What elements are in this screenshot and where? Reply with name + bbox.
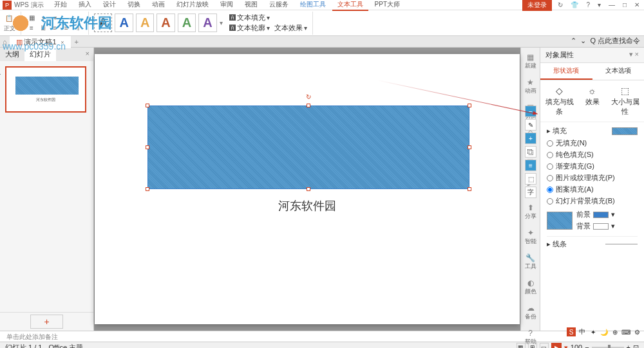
menu-design[interactable]: 设计: [98, 0, 121, 11]
prop-tab-text[interactable]: 文本选项: [592, 63, 645, 80]
prop-tab-shape[interactable]: 形状选项: [540, 63, 592, 80]
outline-tab[interactable]: 大纲: [0, 48, 24, 61]
menu-start[interactable]: 开始: [49, 0, 72, 11]
home-icon[interactable]: ⌂: [3, 38, 7, 46]
float-text-icon[interactable]: 字: [525, 187, 536, 198]
add-slide-button[interactable]: +: [0, 312, 93, 331]
handle-br[interactable]: [468, 187, 471, 191]
search-input[interactable]: Q 点此查找命令: [590, 36, 640, 46]
menu-animation[interactable]: 动画: [147, 0, 170, 11]
slide-thumbnail-1[interactable]: 1 河东软件园: [5, 66, 86, 113]
radio-gradient[interactable]: 渐变填充(G): [547, 161, 638, 171]
float-stack-icon[interactable]: ⬚: [525, 173, 536, 185]
line-preview[interactable]: [605, 244, 638, 244]
bg-color-picker[interactable]: [593, 223, 609, 230]
fill-swatch[interactable]: [612, 127, 638, 135]
prop-close-icon[interactable]: ▾ ×: [629, 50, 639, 60]
doc-tab[interactable]: ▥ 演示文稿1 ×: [10, 35, 71, 48]
radio-pattern[interactable]: 图案填充(A): [547, 185, 638, 194]
login-button[interactable]: 未登录: [522, 0, 552, 11]
view-reading-icon[interactable]: ▭: [540, 343, 549, 348]
menu-review[interactable]: 审阅: [215, 0, 238, 11]
tray-4[interactable]: ⌨: [621, 327, 630, 336]
expand-icon[interactable]: ⌄: [580, 37, 586, 45]
tray-1[interactable]: ✦: [589, 327, 598, 336]
minimize-icon[interactable]: —: [607, 1, 617, 8]
maximize-icon[interactable]: □: [621, 1, 629, 8]
strip-tools[interactable]: 🔧工具: [525, 251, 536, 273]
selected-shape[interactable]: ↻: [147, 105, 469, 189]
radio-picture[interactable]: 图片或纹理填充(P): [547, 173, 638, 183]
text-fill-button[interactable]: 🅰 文本填充 ▾: [229, 13, 308, 23]
subtab-effect[interactable]: ☼效果: [577, 86, 607, 116]
dropdown-icon[interactable]: ▾: [596, 1, 603, 8]
handle-bl[interactable]: [146, 187, 149, 191]
text-preset-6[interactable]: A: [198, 14, 216, 32]
text-preset-3[interactable]: A: [136, 14, 154, 32]
line-section-label[interactable]: ▸ 线条: [547, 239, 567, 249]
float-edit-icon[interactable]: ✎: [525, 119, 536, 131]
fit-icon[interactable]: ⊡: [633, 343, 639, 349]
close-icon[interactable]: ✕: [632, 1, 641, 8]
handle-mr[interactable]: [468, 145, 471, 149]
handle-ml[interactable]: [146, 145, 149, 149]
menu-drawing[interactable]: 绘图工具: [295, 0, 331, 11]
text-outline-button[interactable]: 🅰 文本轮廓 ▾ 文本效果 ▾: [229, 23, 308, 33]
tray-lang-icon[interactable]: 中: [578, 327, 587, 336]
collapse-icon[interactable]: ⌃: [571, 37, 576, 45]
handle-tm[interactable]: [307, 104, 310, 107]
strip-smart[interactable]: ✦智能: [525, 226, 536, 248]
fg-color-picker[interactable]: [593, 212, 609, 218]
strip-backup[interactable]: ☁备份: [525, 301, 536, 324]
menu-transition[interactable]: 切换: [122, 0, 146, 11]
view-normal-icon[interactable]: ▦: [516, 343, 526, 348]
help-icon[interactable]: ?: [584, 1, 592, 8]
strip-new[interactable]: ▦新建: [525, 50, 536, 73]
slideshow-button[interactable]: ▶: [551, 343, 562, 348]
tray-2[interactable]: 🌙: [600, 327, 609, 336]
menu-slideshow[interactable]: 幻灯片放映: [171, 0, 214, 11]
tray-ime-icon[interactable]: S: [567, 327, 576, 336]
float-layer-icon[interactable]: ≡: [525, 160, 536, 171]
text-preset-4[interactable]: A: [156, 14, 175, 32]
menu-insert[interactable]: 插入: [73, 0, 97, 11]
fill-section-label[interactable]: ▸ 填充: [547, 126, 567, 136]
strip-share[interactable]: ⬆分享: [525, 201, 536, 223]
slide-canvas[interactable]: ↻ 河东软件园 − ✎ + ⿻ ≡ ⬚ 字: [95, 54, 520, 324]
menu-view[interactable]: 视图: [240, 0, 263, 11]
notes-area[interactable]: 单击此处添加备注: [0, 331, 644, 342]
paste-icon[interactable]: 📋: [4, 14, 14, 24]
text-preset-2[interactable]: A: [115, 14, 133, 32]
handle-tl[interactable]: [146, 104, 149, 107]
float-copy-icon[interactable]: ⿻: [525, 146, 536, 158]
zoom-out-icon[interactable]: −: [585, 343, 589, 348]
strip-color[interactable]: ◐颜色: [525, 276, 536, 298]
subtab-size[interactable]: ⬚大小与属性: [610, 86, 640, 116]
slides-tab[interactable]: 幻灯片: [24, 48, 56, 61]
float-plus-icon[interactable]: +: [525, 133, 536, 144]
text-preset-1[interactable]: A: [94, 14, 112, 32]
radio-solid[interactable]: 纯色填充(S): [547, 150, 638, 160]
slide-text[interactable]: 河东软件园: [95, 198, 520, 214]
view-sorter-icon[interactable]: ⊞: [528, 343, 537, 348]
tab-close-icon[interactable]: ×: [61, 39, 64, 46]
canvas-area[interactable]: ↻ 河东软件园 − ✎ + ⿻ ≡ ⬚ 字: [94, 48, 520, 331]
strip-anim[interactable]: ★动画: [525, 75, 536, 98]
menu-ppt-master[interactable]: PPT大师: [370, 0, 405, 11]
tray-5[interactable]: ⚙: [632, 327, 641, 336]
menu-cloud[interactable]: 云服务: [264, 0, 294, 11]
sync-icon[interactable]: ↻: [556, 1, 565, 8]
handle-tr[interactable]: [468, 104, 471, 107]
menu-text-tools[interactable]: 文本工具: [332, 0, 368, 11]
radio-nofill[interactable]: 无填充(N): [547, 138, 638, 148]
text-preset-5[interactable]: A: [178, 14, 196, 32]
pattern-preview[interactable]: [547, 212, 573, 230]
zoom-in-icon[interactable]: +: [627, 343, 630, 348]
panel-close-icon[interactable]: ×: [82, 48, 93, 61]
tab-add-icon[interactable]: +: [71, 37, 82, 47]
radio-slidebg[interactable]: 幻灯片背景填充(B): [547, 196, 638, 206]
handle-bm[interactable]: [307, 187, 310, 191]
subtab-fill[interactable]: ◇填充与线条: [544, 86, 574, 116]
rotate-handle[interactable]: ↻: [306, 93, 311, 98]
skin-icon[interactable]: 👕: [569, 1, 580, 8]
